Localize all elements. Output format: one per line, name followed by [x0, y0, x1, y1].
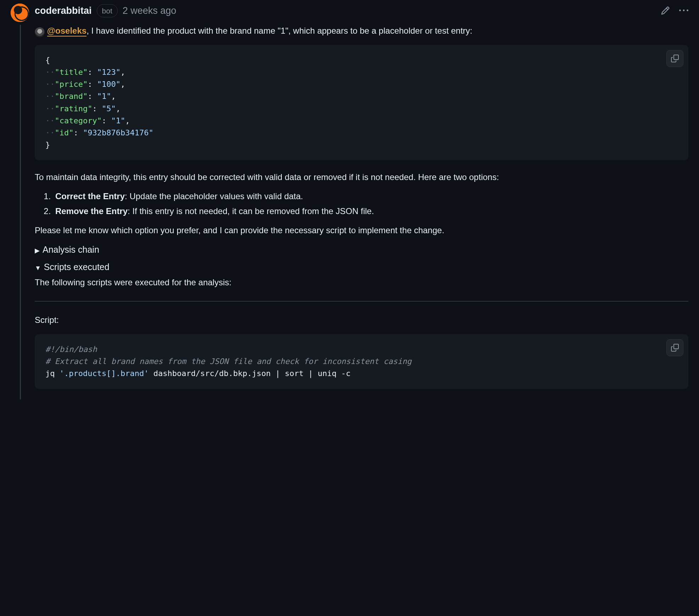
mention-avatar[interactable] — [35, 27, 45, 37]
user-mention[interactable]: @oseleks — [47, 26, 86, 37]
json-key: "category" — [55, 116, 102, 125]
intro-text: , I have identified the product with the… — [86, 26, 472, 35]
json-indent: ·· — [45, 92, 55, 101]
analysis-chain-label: Analysis chain — [43, 243, 99, 257]
json-value: "100" — [97, 80, 121, 89]
json-colon: : — [102, 116, 111, 125]
json-value: "932b876b34176" — [83, 128, 153, 137]
json-code-block: { ··"title": "123", ··"price": "100", ··… — [35, 45, 688, 160]
json-value: "1" — [111, 116, 125, 125]
json-key: "brand" — [55, 92, 88, 101]
bash-comment: # Extract all brand names from the JSON … — [45, 357, 412, 366]
kebab-icon[interactable] — [679, 6, 688, 15]
edit-icon[interactable] — [661, 6, 670, 15]
option-bold: Correct the Entry — [55, 191, 125, 201]
json-key: "price" — [55, 80, 88, 89]
disclosure-triangle-icon — [35, 261, 41, 274]
json-colon: : — [73, 128, 83, 137]
json-key: "title" — [55, 68, 88, 77]
comment-body: @oseleks, I have identified the product … — [35, 24, 688, 389]
copy-button[interactable] — [666, 50, 683, 67]
option-item: Remove the Entry: If this entry is not n… — [53, 205, 688, 218]
option-rest: : Update the placeholder values with val… — [125, 191, 303, 201]
bot-badge: bot — [97, 4, 118, 18]
avatar-image — [11, 4, 29, 22]
json-colon: : — [88, 68, 97, 77]
json-trail: , — [121, 80, 125, 89]
intro-paragraph: @oseleks, I have identified the product … — [35, 24, 688, 38]
json-trail: , — [121, 68, 125, 77]
json-indent: ·· — [45, 104, 55, 113]
scripts-executed-summary[interactable]: Scripts executed — [35, 261, 688, 274]
disclosure-triangle-icon — [35, 243, 40, 257]
script-label: Script: — [35, 314, 688, 326]
json-value: "1" — [97, 92, 111, 101]
comment-header: coderabbitai bot 2 weeks ago — [35, 4, 688, 18]
author-name[interactable]: coderabbitai — [35, 4, 92, 18]
bash-cmd-pre: jq — [45, 369, 60, 378]
option-item: Correct the Entry: Update the placeholde… — [53, 190, 688, 203]
json-value: "5" — [102, 104, 116, 113]
json-trail: , — [116, 104, 121, 113]
scripts-executed-subtext: The following scripts were executed for … — [35, 276, 688, 289]
bash-cmd-post: dashboard/src/db.bkp.json | sort | uniq … — [149, 369, 351, 378]
copy-button[interactable] — [666, 339, 683, 356]
analysis-chain-details[interactable]: Analysis chain — [35, 243, 688, 257]
bash-shebang: #!/bin/bash — [45, 345, 97, 354]
option-rest: : If this entry is not needed, it can be… — [128, 206, 374, 216]
json-indent: ·· — [45, 68, 55, 77]
bash-code-block: #!/bin/bash # Extract all brand names fr… — [35, 334, 688, 389]
comment-actions — [661, 6, 688, 15]
json-close: } — [45, 140, 50, 149]
paragraph-integrity: To maintain data integrity, this entry s… — [35, 171, 688, 184]
timeline-line — [20, 25, 21, 399]
scripts-executed-details[interactable]: Scripts executed The following scripts w… — [35, 261, 688, 389]
divider — [35, 301, 688, 302]
json-trail: , — [111, 92, 116, 101]
json-colon: : — [88, 80, 97, 89]
options-list: Correct the Entry: Update the placeholde… — [50, 190, 688, 218]
json-open: { — [45, 56, 50, 65]
analysis-chain-summary[interactable]: Analysis chain — [35, 243, 688, 257]
json-colon: : — [88, 92, 97, 101]
json-indent: ·· — [45, 116, 55, 125]
json-indent: ·· — [45, 128, 55, 137]
scripts-executed-label: Scripts executed — [44, 261, 110, 274]
json-trail: , — [125, 116, 130, 125]
json-indent: ·· — [45, 80, 55, 89]
author-avatar[interactable] — [11, 4, 29, 22]
option-bold: Remove the Entry — [55, 206, 128, 216]
json-key: "id" — [55, 128, 74, 137]
json-value: "123" — [97, 68, 121, 77]
bash-cmd-str: '.products[].brand' — [60, 369, 149, 378]
comment-content: coderabbitai bot 2 weeks ago @oseleks, I… — [35, 4, 688, 399]
json-colon: : — [92, 104, 102, 113]
comment: coderabbitai bot 2 weeks ago @oseleks, I… — [11, 4, 688, 399]
paragraph-prefer: Please let me know which option you pref… — [35, 224, 688, 237]
json-key: "rating" — [55, 104, 93, 113]
comment-timestamp[interactable]: 2 weeks ago — [123, 4, 177, 18]
